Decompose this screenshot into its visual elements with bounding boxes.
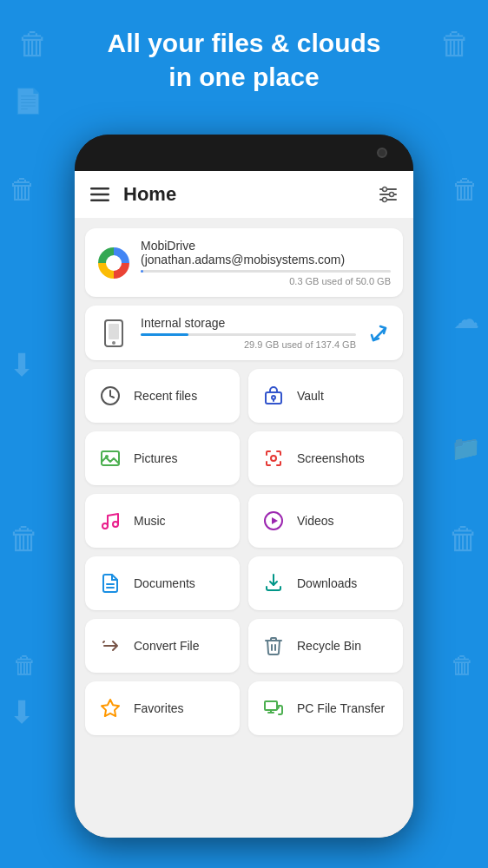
music-icon bbox=[97, 508, 123, 534]
phone-notch bbox=[75, 135, 413, 171]
app-bar: Home bbox=[75, 171, 413, 218]
header-line2: in one place bbox=[0, 60, 488, 94]
documents-label: Documents bbox=[134, 576, 195, 590]
mobidrive-name: MobiDrive (jonathan.adams@mobisystems.co… bbox=[141, 239, 391, 266]
svg-rect-10 bbox=[109, 324, 119, 339]
internal-storage-info: Internal storage 29.9 GB used of 137.4 G… bbox=[141, 316, 356, 350]
menu-grid: Recent files Vault bbox=[85, 369, 403, 735]
svg-rect-26 bbox=[265, 701, 277, 710]
vault-item[interactable]: Vault bbox=[248, 369, 403, 423]
recycle-bin-item[interactable]: Recycle Bin bbox=[248, 619, 403, 673]
mobidrive-card[interactable]: MobiDrive (jonathan.adams@mobisystems.co… bbox=[85, 228, 403, 297]
recent-files-item[interactable]: Recent files bbox=[85, 369, 240, 423]
screenshots-icon bbox=[260, 445, 287, 471]
recycle-bin-label: Recycle Bin bbox=[297, 639, 361, 653]
pictures-item[interactable]: Pictures bbox=[85, 431, 240, 485]
svg-rect-1 bbox=[90, 194, 109, 196]
svg-marker-22 bbox=[272, 517, 278, 524]
convert-file-label: Convert File bbox=[134, 639, 199, 653]
phone-camera bbox=[377, 148, 387, 158]
screenshots-item[interactable]: Screenshots bbox=[248, 431, 403, 485]
internal-storage-card[interactable]: Internal storage 29.9 GB used of 137.4 G… bbox=[85, 306, 403, 360]
svg-point-8 bbox=[383, 198, 387, 202]
videos-icon bbox=[260, 508, 287, 534]
filter-icon[interactable] bbox=[379, 185, 398, 204]
phone-storage-icon bbox=[97, 317, 130, 350]
documents-icon bbox=[97, 570, 123, 596]
mobidrive-icon bbox=[97, 247, 130, 279]
favorites-label: Favorites bbox=[134, 701, 184, 715]
header-line1: All your files & clouds bbox=[0, 26, 488, 60]
clean-button[interactable] bbox=[366, 321, 391, 345]
mobidrive-info: MobiDrive (jonathan.adams@mobisystems.co… bbox=[141, 239, 391, 286]
pictures-icon bbox=[97, 445, 123, 471]
internal-bar-container bbox=[141, 333, 356, 336]
svg-rect-13 bbox=[266, 392, 281, 404]
phone-frame: Home MobiDrive (jonatha bbox=[75, 135, 413, 838]
pc-file-transfer-label: PC File Transfer bbox=[297, 701, 385, 715]
recycle-bin-icon bbox=[260, 633, 287, 659]
videos-label: Videos bbox=[297, 514, 334, 528]
menu-icon[interactable] bbox=[90, 187, 109, 201]
convert-file-icon bbox=[97, 633, 123, 659]
recent-files-icon bbox=[97, 383, 123, 409]
pictures-label: Pictures bbox=[134, 451, 178, 465]
mobidrive-used: 0.3 GB used of 50.0 GB bbox=[141, 276, 391, 286]
svg-point-6 bbox=[383, 187, 387, 192]
screenshots-label: Screenshots bbox=[297, 451, 365, 465]
downloads-icon bbox=[260, 570, 287, 596]
internal-storage-used: 29.9 GB used of 137.4 GB bbox=[141, 339, 356, 350]
svg-rect-2 bbox=[90, 200, 109, 202]
pc-file-transfer-item[interactable]: PC File Transfer bbox=[248, 681, 403, 735]
svg-point-20 bbox=[113, 522, 118, 527]
svg-point-7 bbox=[390, 193, 394, 197]
recent-files-label: Recent files bbox=[134, 389, 197, 403]
favorites-item[interactable]: Favorites bbox=[85, 681, 240, 735]
app-bar-title: Home bbox=[123, 183, 379, 206]
pc-file-transfer-icon bbox=[260, 695, 287, 721]
music-label: Music bbox=[134, 514, 166, 528]
favorites-icon bbox=[97, 695, 123, 721]
svg-marker-25 bbox=[102, 700, 119, 716]
convert-file-item[interactable]: Convert File bbox=[85, 619, 240, 673]
videos-item[interactable]: Videos bbox=[248, 494, 403, 548]
svg-rect-0 bbox=[90, 187, 109, 190]
mobidrive-bar-fill bbox=[141, 270, 143, 273]
internal-bar-fill bbox=[141, 333, 188, 336]
mobidrive-bar-container bbox=[141, 270, 391, 273]
documents-item[interactable]: Documents bbox=[85, 556, 240, 610]
downloads-label: Downloads bbox=[297, 576, 357, 590]
music-item[interactable]: Music bbox=[85, 494, 240, 548]
svg-point-18 bbox=[271, 456, 276, 461]
screen-content: MobiDrive (jonathan.adams@mobisystems.co… bbox=[75, 218, 413, 838]
svg-point-19 bbox=[102, 523, 108, 529]
vault-icon bbox=[260, 383, 287, 409]
downloads-item[interactable]: Downloads bbox=[248, 556, 403, 610]
vault-label: Vault bbox=[297, 389, 324, 403]
phone-screen: Home MobiDrive (jonatha bbox=[75, 171, 413, 838]
svg-point-11 bbox=[112, 341, 115, 345]
hero-header: All your files & clouds in one place bbox=[0, 26, 488, 94]
internal-storage-name: Internal storage bbox=[141, 316, 356, 330]
